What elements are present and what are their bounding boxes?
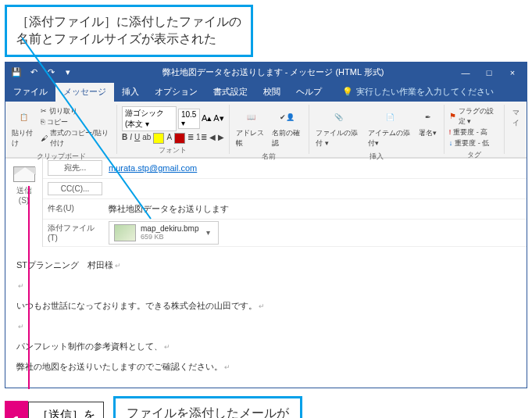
compose-area: 送信 (S) 宛先... murata.stp@gmail.com CC(C).… xyxy=(5,158,527,247)
group-include: 📎 ファイルの添付 ▾ 📄 アイテムの添付▾ ✒ 署名▾ 挿入 xyxy=(309,105,445,154)
body-line-4: 弊社の地図をお送りいたしますのでご確認ください。 xyxy=(16,362,223,371)
numbering-icon[interactable]: 1≣ xyxy=(196,133,207,144)
window-title: 弊社地図データをお送りします - メッセージ (HTML 形式) xyxy=(91,66,455,78)
increase-font-icon[interactable]: A▴ xyxy=(202,113,212,123)
qat-more-icon[interactable]: ▾ xyxy=(60,65,76,80)
indent-left-icon[interactable]: ◀ xyxy=(209,133,216,144)
attachitem-icon: 📄 xyxy=(380,108,399,127)
copy-button[interactable]: ⎘ コピー xyxy=(41,117,112,127)
group-tags: ⚑フラグの設定 ▾ ! 重要度 - 高 ↓ 重要度 - 低 タグ xyxy=(445,105,505,154)
format-painter-button[interactable]: 🖌 書式のコピー/貼り付け xyxy=(41,128,112,148)
paste-button[interactable]: 📋 貼り付け xyxy=(10,106,37,150)
highlight-color[interactable] xyxy=(153,133,164,144)
my-label: マイ xyxy=(509,108,522,128)
ribbon-tabs: ファイル メッセージ 挿入 オプション 書式設定 校閲 ヘルプ 💡 実行したい作… xyxy=(5,83,527,102)
step-number: 1 xyxy=(5,401,28,418)
body-line-3: パンフレット制作の参考資料として、 xyxy=(16,341,162,351)
callout-top: ［添付ファイル］に添付したファイルの 名前とファイルサイズが表示された xyxy=(5,5,253,57)
paste-icon: 📋 xyxy=(15,108,34,127)
font-color-icon[interactable]: A xyxy=(166,133,172,144)
body-line-1: STプランニング 村田様 xyxy=(16,260,113,270)
tab-format[interactable]: 書式設定 xyxy=(205,83,255,102)
group-my: マイ xyxy=(505,105,527,154)
paperclip-icon: 📎 xyxy=(329,108,348,127)
arrow-down-icon: ↓ xyxy=(449,139,453,147)
ribbon: 📋 貼り付け ✂ 切り取り ⎘ コピー 🖌 書式のコピー/貼り付け クリップボー… xyxy=(5,102,527,158)
undo-icon[interactable]: ↶ xyxy=(26,65,41,80)
envelope-icon xyxy=(13,166,35,182)
group-font: 游ゴシック (本文 ▾ 10.5 ▾ A▴ A▾ B I U ab A ≣ 1≣… xyxy=(117,105,230,154)
outlook-window: 💾 ↶ ↷ ▾ 弊社地図データをお送りします - メッセージ (HTML 形式)… xyxy=(5,62,527,388)
font-size-select[interactable]: 10.5 ▾ xyxy=(178,109,200,129)
redo-icon[interactable]: ↷ xyxy=(43,65,59,80)
tell-me-box[interactable]: 💡 実行したい作業を入力してください xyxy=(336,83,500,102)
attachitem-button[interactable]: 📄 アイテムの添付▾ xyxy=(366,106,414,150)
attachment-dropdown-icon[interactable]: ▾ xyxy=(203,228,213,237)
step-1: 1 ［送信］を クリック xyxy=(5,396,104,418)
callout-bottom: ファイルを添付したメールが 送信される xyxy=(113,396,302,418)
paste-label: 貼り付け xyxy=(12,128,36,148)
titlebar: 💾 ↶ ↷ ▾ 弊社地図データをお送りします - メッセージ (HTML 形式)… xyxy=(5,63,527,83)
lightbulb-icon: 💡 xyxy=(342,87,353,97)
low-importance-button[interactable]: ↓ 重要度 - 低 xyxy=(449,138,499,148)
attach-label: 添付ファイル(T) xyxy=(48,223,102,242)
step-text: ［送信］を クリック xyxy=(28,402,104,418)
minimize-button[interactable]: — xyxy=(455,68,477,77)
italic-button[interactable]: I xyxy=(130,133,132,144)
tab-help[interactable]: ヘルプ xyxy=(288,83,330,102)
send-button[interactable]: 送信 (S) xyxy=(5,159,43,247)
highlight-icon[interactable]: ab xyxy=(142,133,151,144)
tell-me-text: 実行したい作業を入力してください xyxy=(356,86,494,98)
message-body[interactable]: STプランニング 村田様↵ ↵ いつもお世話になっております。できる株式会社の山… xyxy=(5,247,527,388)
tab-message[interactable]: メッセージ xyxy=(55,83,114,102)
bold-button[interactable]: B xyxy=(122,133,127,144)
addressbook-icon: 📖 xyxy=(241,108,260,127)
indent-right-icon[interactable]: ▶ xyxy=(218,133,224,144)
to-button[interactable]: 宛先... xyxy=(48,160,102,176)
checknames-button[interactable]: ✔👤 名前の確認 xyxy=(270,106,304,150)
tab-file[interactable]: ファイル xyxy=(5,83,55,102)
font-color[interactable] xyxy=(174,133,185,144)
high-importance-button[interactable]: ! 重要度 - 高 xyxy=(449,127,499,138)
send-key: (S) xyxy=(5,196,42,205)
font-name-select[interactable]: 游ゴシック (本文 ▾ xyxy=(122,106,177,131)
attachfile-button[interactable]: 📎 ファイルの添付 ▾ xyxy=(314,106,363,150)
flag-icon: ⚑ xyxy=(449,112,456,120)
signature-button[interactable]: ✒ 署名▾ xyxy=(417,106,439,140)
attachment-thumbnail-icon xyxy=(114,224,136,241)
to-field[interactable]: murata.stp@gmail.com xyxy=(109,163,522,173)
callout-top-text: ［添付ファイル］に添付したファイルの 名前とファイルサイズが表示された xyxy=(16,15,241,45)
checknames-icon: ✔👤 xyxy=(278,108,297,127)
cut-button[interactable]: ✂ 切り取り xyxy=(41,106,112,116)
subject-label: 件名(U) xyxy=(48,203,102,214)
save-icon[interactable]: 💾 xyxy=(9,65,24,80)
decrease-font-icon[interactable]: A▾ xyxy=(213,113,223,123)
subject-field[interactable]: 弊社地図データをお送りします xyxy=(109,203,522,215)
flag-button[interactable]: ⚑フラグの設定 ▾ xyxy=(449,106,499,127)
tab-options[interactable]: オプション xyxy=(147,83,205,102)
font-group-label: フォント xyxy=(122,145,224,155)
attachment-item[interactable]: map_dekiru.bmp 659 KB ▾ xyxy=(109,221,219,245)
bullets-icon[interactable]: ≣ xyxy=(187,133,194,144)
group-clipboard: 📋 貼り付け ✂ 切り取り ⎘ コピー 🖌 書式のコピー/貼り付け クリップボー… xyxy=(5,105,117,154)
window-controls: — □ × xyxy=(455,68,523,77)
maximize-button[interactable]: □ xyxy=(478,68,500,77)
attachment-name: map_dekiru.bmp xyxy=(141,224,198,233)
group-names: 📖 アドレス帳 ✔👤 名前の確認 名前 xyxy=(230,105,309,154)
tab-review[interactable]: 校閲 xyxy=(255,83,288,102)
callout-bottom-text: ファイルを添付したメールが 送信される xyxy=(127,406,289,418)
tab-insert[interactable]: 挿入 xyxy=(114,83,147,102)
exclamation-icon: ! xyxy=(449,128,452,136)
close-button[interactable]: × xyxy=(502,68,523,77)
header-fields: 宛先... murata.stp@gmail.com CC(C)... 件名(U… xyxy=(43,159,527,247)
underline-button[interactable]: U xyxy=(134,133,140,144)
addressbook-button[interactable]: 📖 アドレス帳 xyxy=(234,106,268,150)
pointer-line-step1 xyxy=(28,186,30,389)
attachment-size: 659 KB xyxy=(141,233,198,241)
cc-button[interactable]: CC(C)... xyxy=(48,182,102,195)
body-line-2: いつもお世話になっております。できる株式会社の山田です。 xyxy=(16,301,257,310)
signature-icon: ✒ xyxy=(419,108,437,127)
bottom-annotations: 1 ［送信］を クリック ファイルを添付したメールが 送信される xyxy=(5,396,527,418)
quick-access-toolbar: 💾 ↶ ↷ ▾ xyxy=(9,65,76,80)
send-label: 送信 xyxy=(5,185,42,196)
